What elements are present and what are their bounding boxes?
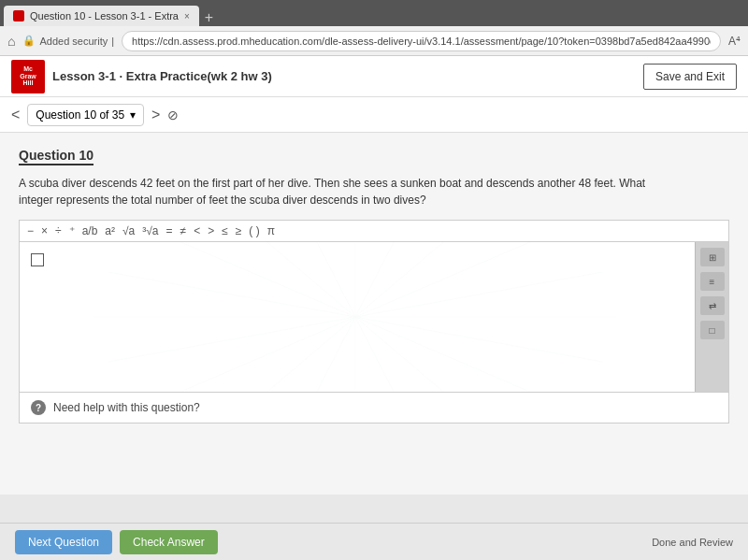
math-notequal[interactable]: ≠ bbox=[180, 224, 187, 237]
bookmark-icon[interactable]: ⊘ bbox=[167, 108, 179, 122]
address-input[interactable] bbox=[122, 31, 721, 51]
answer-input-box[interactable] bbox=[20, 242, 728, 392]
tool-item-4[interactable]: □ bbox=[700, 321, 725, 339]
math-pi[interactable]: π bbox=[267, 224, 275, 237]
done-review-text: Done and Review bbox=[652, 537, 733, 548]
math-cbrt[interactable]: ³√a bbox=[142, 224, 158, 237]
reader-mode-icon[interactable]: A⁴ bbox=[728, 35, 741, 48]
help-text: Need help with this question? bbox=[53, 401, 200, 414]
math-equals[interactable]: = bbox=[166, 224, 173, 237]
address-bar: ⌂ 🔒 Added security | A⁴ bbox=[0, 26, 748, 56]
save-exit-button[interactable]: Save and Exit bbox=[643, 64, 737, 90]
math-geq[interactable]: ≥ bbox=[236, 224, 242, 237]
math-fraction[interactable]: a/b bbox=[82, 224, 98, 237]
tab-label: Question 10 - Lesson 3-1 - Extra bbox=[30, 10, 179, 22]
question-label: Question 10 bbox=[19, 148, 94, 165]
nav-bar: < Question 10 of 35 ▾ > ⊘ bbox=[0, 97, 748, 133]
lock-icon: 🔒 bbox=[22, 35, 36, 47]
lesson-title: Lesson 3-1 · Extra Practice(wk 2 hw 3) bbox=[52, 69, 272, 83]
math-leq[interactable]: ≤ bbox=[222, 224, 228, 237]
check-answer-button[interactable]: Check Answer bbox=[120, 530, 218, 554]
math-sqrt[interactable]: √a bbox=[122, 224, 135, 237]
math-squared[interactable]: a² bbox=[105, 224, 115, 237]
home-icon[interactable]: ⌂ bbox=[7, 34, 15, 49]
next-question-button[interactable]: Next Question bbox=[15, 530, 112, 554]
tab-bar: Question 10 - Lesson 3-1 - Extra × + bbox=[0, 0, 748, 26]
side-toolbar: ⊞ ≡ ⇄ □ bbox=[695, 242, 728, 392]
new-tab-button[interactable]: + bbox=[199, 9, 219, 26]
tool-item-2[interactable]: ≡ bbox=[700, 272, 725, 291]
help-circle-icon: ? bbox=[31, 400, 46, 415]
dropdown-arrow-icon: ▾ bbox=[130, 108, 136, 122]
question-text: A scuba diver descends 42 feet on the fi… bbox=[19, 175, 654, 208]
answer-area[interactable]: ≡ ⊞ ≡ ⇄ □ bbox=[19, 241, 729, 393]
active-tab[interactable]: Question 10 - Lesson 3-1 - Extra × bbox=[4, 6, 199, 26]
prev-question-arrow[interactable]: < bbox=[11, 107, 20, 123]
logo-area: Mc Graw Hill Lesson 3-1 · Extra Practice… bbox=[11, 60, 272, 93]
math-toolbar: − × ÷ ⁺ a/b a² √a ³√a = ≠ < > ≤ ≥ ( ) π bbox=[19, 220, 729, 241]
math-parens[interactable]: ( ) bbox=[249, 224, 259, 237]
math-greater[interactable]: > bbox=[208, 224, 214, 237]
security-indicator: 🔒 Added security | bbox=[22, 35, 114, 47]
app-header: Mc Graw Hill Lesson 3-1 · Extra Practice… bbox=[0, 56, 748, 97]
help-section[interactable]: ? Need help with this question? bbox=[19, 393, 729, 424]
tab-favicon bbox=[13, 10, 24, 22]
bottom-bar: Next Question Check Answer Done and Revi… bbox=[0, 523, 748, 560]
tool-item-1[interactable]: ⊞ bbox=[700, 248, 725, 266]
question-selector[interactable]: Question 10 of 35 ▾ bbox=[27, 104, 144, 126]
tab-close-icon[interactable]: × bbox=[184, 11, 190, 22]
divider: | bbox=[111, 36, 114, 47]
math-divide[interactable]: ÷ bbox=[55, 224, 62, 237]
next-question-arrow[interactable]: > bbox=[151, 107, 160, 123]
cursor-box bbox=[31, 253, 44, 266]
math-less[interactable]: < bbox=[194, 224, 200, 237]
main-content: Question 10 A scuba diver descends 42 fe… bbox=[0, 133, 748, 495]
math-minus[interactable]: − bbox=[27, 224, 34, 237]
math-times[interactable]: × bbox=[41, 224, 48, 237]
question-selector-label: Question 10 of 35 bbox=[36, 108, 124, 122]
math-plus[interactable]: ⁺ bbox=[69, 224, 75, 237]
mcgraw-hill-logo: Mc Graw Hill bbox=[11, 60, 45, 93]
tool-item-3[interactable]: ⇄ bbox=[700, 296, 725, 315]
